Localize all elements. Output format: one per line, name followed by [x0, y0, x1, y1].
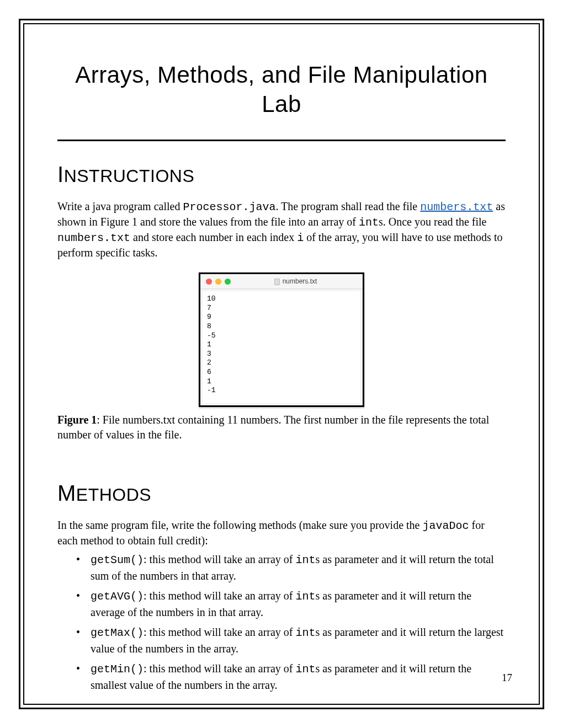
- code-int: int: [296, 554, 316, 566]
- code-int: int: [359, 216, 379, 229]
- instructions-heading: INSTRUCTIONS: [57, 162, 506, 187]
- link-numbers-txt[interactable]: numbers.txt: [420, 201, 493, 213]
- methods-heading: METHODS: [57, 481, 506, 506]
- list-item: getAVG(): this method will take an array…: [91, 588, 506, 620]
- list-item: getSum(): this method will take an array…: [91, 552, 506, 584]
- page-number: 17: [502, 672, 512, 684]
- code-int: int: [296, 627, 316, 639]
- methods-heading-cap: M: [57, 481, 76, 505]
- text-segment: s. Once you read the file: [379, 216, 486, 228]
- editor-title-text: numbers.txt: [283, 277, 317, 285]
- code-javadoc: javaDoc: [422, 520, 469, 532]
- text-editor-window: numbers.txt 10 7 9 8 -5 1 3 2 6 1 -1: [199, 272, 364, 407]
- code-index-i: i: [297, 232, 304, 244]
- instructions-heading-rest: NSTRUCTIONS: [64, 166, 195, 186]
- method-name: getAVG(): [91, 590, 144, 603]
- text-segment: In the same program file, write the foll…: [57, 519, 422, 531]
- close-icon: [206, 279, 212, 285]
- figure-caption-body: : File numbers.txt containing 11 numbers…: [57, 414, 489, 441]
- methods-list: getSum(): this method will take an array…: [57, 552, 506, 693]
- editor-titlebar: numbers.txt: [200, 274, 363, 289]
- text-segment: : this method will take an array of: [144, 590, 295, 602]
- methods-intro: In the same program file, write the foll…: [57, 518, 506, 548]
- minimize-icon: [215, 279, 221, 285]
- instructions-heading-cap: I: [57, 162, 64, 186]
- figure-caption: Figure 1: File numbers.txt containing 11…: [57, 413, 506, 442]
- code-int: int: [296, 663, 316, 676]
- text-segment: : this method will take an array of: [144, 626, 295, 638]
- text-segment: and store each number in each index: [130, 231, 297, 243]
- text-segment: : this method will take an array of: [144, 553, 295, 565]
- section-spacer: [57, 442, 506, 481]
- figure-1: numbers.txt 10 7 9 8 -5 1 3 2 6 1 -1: [57, 272, 506, 407]
- code-int: int: [296, 590, 316, 603]
- method-name: getMin(): [91, 663, 144, 676]
- page-inner-border: Arrays, Methods, and File Manipulation L…: [23, 23, 540, 705]
- text-segment: Write a java program called: [57, 200, 183, 212]
- text-segment: : this method will take an array of: [144, 662, 295, 675]
- page-outer-border: Arrays, Methods, and File Manipulation L…: [19, 19, 544, 709]
- code-processor: Processor.java: [183, 201, 275, 213]
- method-name: getSum(): [91, 554, 144, 566]
- code-numbers-txt: numbers.txt: [57, 232, 130, 244]
- method-name: getMax(): [91, 627, 144, 639]
- title-divider: [57, 140, 506, 141]
- methods-heading-rest: ETHODS: [76, 485, 151, 505]
- maximize-icon: [225, 279, 231, 285]
- list-item: getMin(): this method will take an array…: [91, 661, 506, 693]
- file-content: 10 7 9 8 -5 1 3 2 6 1 -1: [203, 291, 360, 403]
- page-title: Arrays, Methods, and File Manipulation L…: [57, 61, 506, 119]
- instructions-paragraph: Write a java program called Processor.ja…: [57, 199, 506, 260]
- list-item: getMax(): this method will take an array…: [91, 624, 506, 656]
- file-icon: [274, 279, 280, 285]
- figure-label: Figure 1: [57, 414, 97, 426]
- editor-title: numbers.txt: [234, 277, 357, 285]
- text-segment: . The program shall read the file: [275, 200, 420, 212]
